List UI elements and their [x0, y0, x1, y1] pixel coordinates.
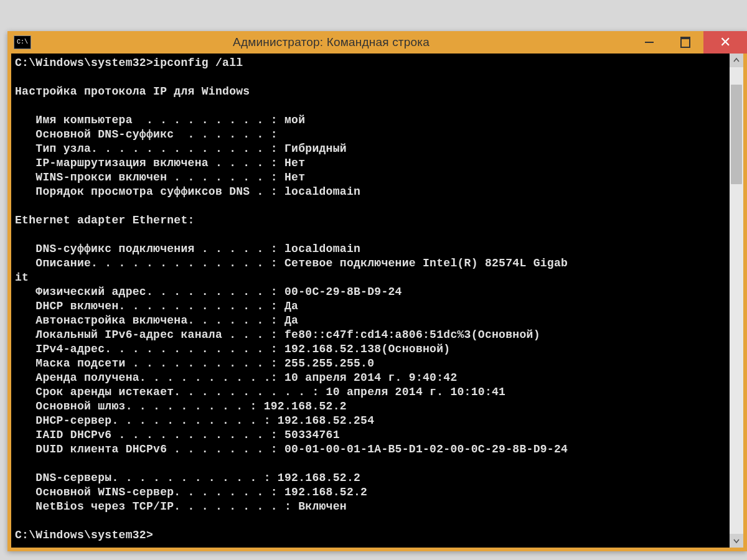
- close-icon: ✕: [720, 35, 731, 49]
- window-controls: ✕: [631, 31, 747, 54]
- scroll-up-button[interactable]: [730, 54, 743, 67]
- scrollbar-thumb[interactable]: [731, 85, 742, 184]
- command-prompt-window: Администратор: Командная строка ✕ C:\Win…: [7, 31, 747, 551]
- titlebar[interactable]: Администратор: Командная строка ✕: [7, 31, 747, 54]
- page-background: [0, 0, 747, 31]
- console-output[interactable]: C:\Windows\system32>ipconfig /all Настро…: [11, 54, 730, 548]
- vertical-scrollbar[interactable]: [730, 54, 743, 548]
- close-button[interactable]: ✕: [703, 31, 747, 54]
- chevron-down-icon: [733, 538, 740, 544]
- console-client-area: C:\Windows\system32>ipconfig /all Настро…: [11, 54, 743, 548]
- minimize-button[interactable]: [631, 31, 667, 54]
- maximize-button[interactable]: [667, 31, 703, 54]
- minimize-icon: [645, 42, 654, 43]
- scrollbar-track[interactable]: [730, 67, 743, 534]
- cmd-icon: [14, 35, 31, 49]
- scroll-down-button[interactable]: [730, 534, 743, 548]
- chevron-up-icon: [733, 57, 740, 63]
- maximize-icon: [680, 37, 690, 48]
- window-title: Администратор: Командная строка: [31, 35, 631, 49]
